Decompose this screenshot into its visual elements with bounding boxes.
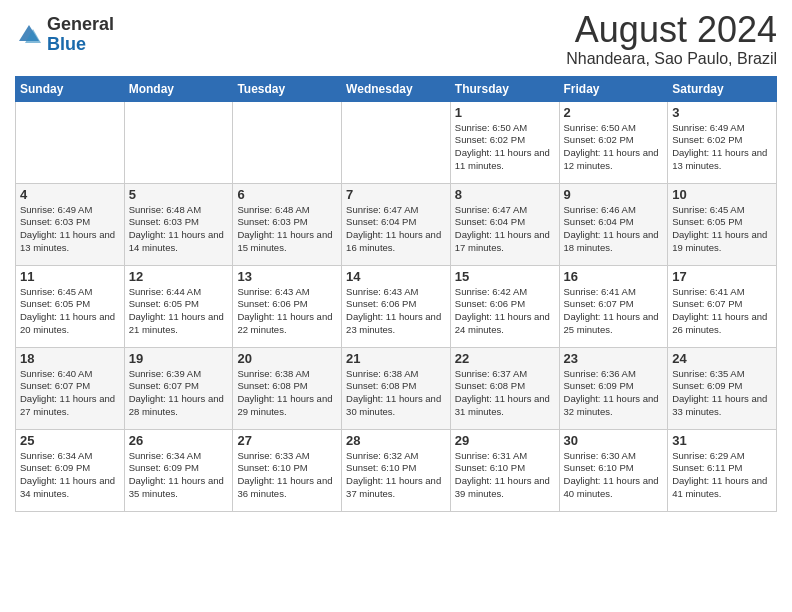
- table-row: 1Sunrise: 6:50 AM Sunset: 6:02 PM Daylig…: [450, 101, 559, 183]
- calendar-table: Sunday Monday Tuesday Wednesday Thursday…: [15, 76, 777, 512]
- calendar-week-row: 25Sunrise: 6:34 AM Sunset: 6:09 PM Dayli…: [16, 429, 777, 511]
- day-number: 27: [237, 433, 337, 448]
- day-number: 22: [455, 351, 555, 366]
- header-sunday: Sunday: [16, 76, 125, 101]
- table-row: 29Sunrise: 6:31 AM Sunset: 6:10 PM Dayli…: [450, 429, 559, 511]
- day-info: Sunrise: 6:49 AM Sunset: 6:02 PM Dayligh…: [672, 122, 772, 173]
- day-number: 19: [129, 351, 229, 366]
- table-row: 23Sunrise: 6:36 AM Sunset: 6:09 PM Dayli…: [559, 347, 668, 429]
- title-area: August 2024 Nhandeara, Sao Paulo, Brazil: [566, 10, 777, 68]
- calendar-week-row: 18Sunrise: 6:40 AM Sunset: 6:07 PM Dayli…: [16, 347, 777, 429]
- day-number: 5: [129, 187, 229, 202]
- logo-blue: Blue: [47, 35, 114, 55]
- table-row: 3Sunrise: 6:49 AM Sunset: 6:02 PM Daylig…: [668, 101, 777, 183]
- day-info: Sunrise: 6:50 AM Sunset: 6:02 PM Dayligh…: [564, 122, 664, 173]
- day-info: Sunrise: 6:37 AM Sunset: 6:08 PM Dayligh…: [455, 368, 555, 419]
- day-number: 7: [346, 187, 446, 202]
- day-info: Sunrise: 6:47 AM Sunset: 6:04 PM Dayligh…: [455, 204, 555, 255]
- header-wednesday: Wednesday: [342, 76, 451, 101]
- day-number: 17: [672, 269, 772, 284]
- day-info: Sunrise: 6:36 AM Sunset: 6:09 PM Dayligh…: [564, 368, 664, 419]
- table-row: 7Sunrise: 6:47 AM Sunset: 6:04 PM Daylig…: [342, 183, 451, 265]
- day-info: Sunrise: 6:39 AM Sunset: 6:07 PM Dayligh…: [129, 368, 229, 419]
- table-row: 9Sunrise: 6:46 AM Sunset: 6:04 PM Daylig…: [559, 183, 668, 265]
- day-number: 10: [672, 187, 772, 202]
- table-row: 10Sunrise: 6:45 AM Sunset: 6:05 PM Dayli…: [668, 183, 777, 265]
- calendar-header-row: Sunday Monday Tuesday Wednesday Thursday…: [16, 76, 777, 101]
- logo: General Blue: [15, 15, 114, 55]
- header-monday: Monday: [124, 76, 233, 101]
- day-info: Sunrise: 6:49 AM Sunset: 6:03 PM Dayligh…: [20, 204, 120, 255]
- table-row: 18Sunrise: 6:40 AM Sunset: 6:07 PM Dayli…: [16, 347, 125, 429]
- table-row: 16Sunrise: 6:41 AM Sunset: 6:07 PM Dayli…: [559, 265, 668, 347]
- day-info: Sunrise: 6:50 AM Sunset: 6:02 PM Dayligh…: [455, 122, 555, 173]
- table-row: [124, 101, 233, 183]
- month-year: August 2024: [566, 10, 777, 50]
- logo-icon: [15, 21, 43, 49]
- day-info: Sunrise: 6:46 AM Sunset: 6:04 PM Dayligh…: [564, 204, 664, 255]
- table-row: 20Sunrise: 6:38 AM Sunset: 6:08 PM Dayli…: [233, 347, 342, 429]
- header-tuesday: Tuesday: [233, 76, 342, 101]
- day-number: 4: [20, 187, 120, 202]
- day-info: Sunrise: 6:40 AM Sunset: 6:07 PM Dayligh…: [20, 368, 120, 419]
- calendar-week-row: 1Sunrise: 6:50 AM Sunset: 6:02 PM Daylig…: [16, 101, 777, 183]
- day-number: 6: [237, 187, 337, 202]
- day-info: Sunrise: 6:47 AM Sunset: 6:04 PM Dayligh…: [346, 204, 446, 255]
- day-number: 20: [237, 351, 337, 366]
- day-number: 3: [672, 105, 772, 120]
- header-saturday: Saturday: [668, 76, 777, 101]
- day-number: 23: [564, 351, 664, 366]
- day-info: Sunrise: 6:48 AM Sunset: 6:03 PM Dayligh…: [129, 204, 229, 255]
- table-row: 15Sunrise: 6:42 AM Sunset: 6:06 PM Dayli…: [450, 265, 559, 347]
- day-info: Sunrise: 6:43 AM Sunset: 6:06 PM Dayligh…: [237, 286, 337, 337]
- day-info: Sunrise: 6:45 AM Sunset: 6:05 PM Dayligh…: [20, 286, 120, 337]
- logo-general: General: [47, 15, 114, 35]
- day-number: 14: [346, 269, 446, 284]
- day-number: 26: [129, 433, 229, 448]
- table-row: 4Sunrise: 6:49 AM Sunset: 6:03 PM Daylig…: [16, 183, 125, 265]
- day-number: 11: [20, 269, 120, 284]
- day-info: Sunrise: 6:38 AM Sunset: 6:08 PM Dayligh…: [346, 368, 446, 419]
- day-info: Sunrise: 6:34 AM Sunset: 6:09 PM Dayligh…: [129, 450, 229, 501]
- logo-text: General Blue: [47, 15, 114, 55]
- table-row: 12Sunrise: 6:44 AM Sunset: 6:05 PM Dayli…: [124, 265, 233, 347]
- day-info: Sunrise: 6:30 AM Sunset: 6:10 PM Dayligh…: [564, 450, 664, 501]
- location: Nhandeara, Sao Paulo, Brazil: [566, 50, 777, 68]
- table-row: 24Sunrise: 6:35 AM Sunset: 6:09 PM Dayli…: [668, 347, 777, 429]
- day-number: 9: [564, 187, 664, 202]
- day-number: 21: [346, 351, 446, 366]
- table-row: 11Sunrise: 6:45 AM Sunset: 6:05 PM Dayli…: [16, 265, 125, 347]
- calendar-week-row: 4Sunrise: 6:49 AM Sunset: 6:03 PM Daylig…: [16, 183, 777, 265]
- table-row: [233, 101, 342, 183]
- page-header: General Blue August 2024 Nhandeara, Sao …: [15, 10, 777, 68]
- day-number: 12: [129, 269, 229, 284]
- day-info: Sunrise: 6:48 AM Sunset: 6:03 PM Dayligh…: [237, 204, 337, 255]
- day-info: Sunrise: 6:31 AM Sunset: 6:10 PM Dayligh…: [455, 450, 555, 501]
- table-row: 28Sunrise: 6:32 AM Sunset: 6:10 PM Dayli…: [342, 429, 451, 511]
- header-friday: Friday: [559, 76, 668, 101]
- table-row: 21Sunrise: 6:38 AM Sunset: 6:08 PM Dayli…: [342, 347, 451, 429]
- table-row: 27Sunrise: 6:33 AM Sunset: 6:10 PM Dayli…: [233, 429, 342, 511]
- day-info: Sunrise: 6:44 AM Sunset: 6:05 PM Dayligh…: [129, 286, 229, 337]
- table-row: 8Sunrise: 6:47 AM Sunset: 6:04 PM Daylig…: [450, 183, 559, 265]
- day-info: Sunrise: 6:38 AM Sunset: 6:08 PM Dayligh…: [237, 368, 337, 419]
- day-number: 30: [564, 433, 664, 448]
- table-row: 5Sunrise: 6:48 AM Sunset: 6:03 PM Daylig…: [124, 183, 233, 265]
- table-row: 17Sunrise: 6:41 AM Sunset: 6:07 PM Dayli…: [668, 265, 777, 347]
- day-info: Sunrise: 6:33 AM Sunset: 6:10 PM Dayligh…: [237, 450, 337, 501]
- table-row: 6Sunrise: 6:48 AM Sunset: 6:03 PM Daylig…: [233, 183, 342, 265]
- table-row: [16, 101, 125, 183]
- day-number: 28: [346, 433, 446, 448]
- day-number: 24: [672, 351, 772, 366]
- table-row: [342, 101, 451, 183]
- table-row: 2Sunrise: 6:50 AM Sunset: 6:02 PM Daylig…: [559, 101, 668, 183]
- day-number: 13: [237, 269, 337, 284]
- day-number: 31: [672, 433, 772, 448]
- page-container: General Blue August 2024 Nhandeara, Sao …: [0, 0, 792, 522]
- day-number: 25: [20, 433, 120, 448]
- day-number: 16: [564, 269, 664, 284]
- table-row: 31Sunrise: 6:29 AM Sunset: 6:11 PM Dayli…: [668, 429, 777, 511]
- day-number: 1: [455, 105, 555, 120]
- day-info: Sunrise: 6:42 AM Sunset: 6:06 PM Dayligh…: [455, 286, 555, 337]
- day-number: 15: [455, 269, 555, 284]
